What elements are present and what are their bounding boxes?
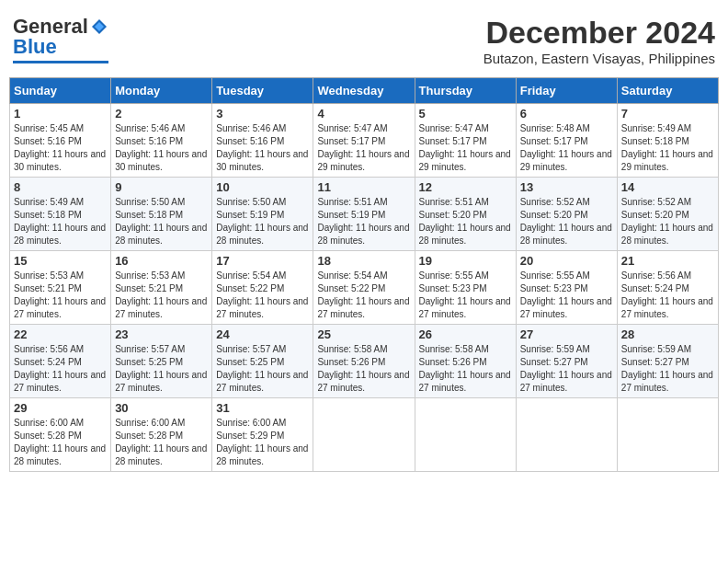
day-number: 11	[317, 180, 410, 194]
day-info: Sunrise: 5:50 AM Sunset: 5:19 PM Dayligh…	[216, 196, 309, 247]
sunrise: Sunrise: 5:53 AM	[14, 270, 107, 282]
day-info: Sunrise: 5:54 AM Sunset: 5:22 PM Dayligh…	[317, 270, 410, 321]
month-title: December 2024	[483, 15, 715, 51]
sunset: Sunset: 5:17 PM	[317, 135, 410, 148]
daylight: Daylight: 11 hours and 28 minutes.	[419, 222, 512, 247]
day-info: Sunrise: 5:54 AM Sunset: 5:22 PM Dayligh…	[216, 270, 309, 321]
daylight: Daylight: 11 hours and 28 minutes.	[621, 222, 714, 247]
calendar-week-4: 22 Sunrise: 5:56 AM Sunset: 5:24 PM Dayl…	[10, 325, 719, 398]
calendar-cell: 20 Sunrise: 5:55 AM Sunset: 5:23 PM Dayl…	[516, 251, 617, 325]
calendar-cell: 28 Sunrise: 5:59 AM Sunset: 5:27 PM Dayl…	[617, 325, 718, 398]
calendar-week-2: 8 Sunrise: 5:49 AM Sunset: 5:18 PM Dayli…	[10, 178, 719, 251]
day-number: 3	[216, 107, 309, 121]
sunrise: Sunrise: 5:53 AM	[115, 270, 208, 282]
daylight: Daylight: 11 hours and 28 minutes.	[317, 222, 410, 247]
sunset: Sunset: 5:27 PM	[621, 356, 714, 369]
daylight: Daylight: 11 hours and 30 minutes.	[216, 148, 309, 174]
daylight: Daylight: 11 hours and 27 minutes.	[621, 369, 714, 395]
day-info: Sunrise: 5:58 AM Sunset: 5:26 PM Dayligh…	[419, 343, 512, 395]
day-info: Sunrise: 5:59 AM Sunset: 5:27 PM Dayligh…	[621, 343, 714, 395]
day-info: Sunrise: 6:00 AM Sunset: 5:29 PM Dayligh…	[216, 417, 309, 468]
sunrise: Sunrise: 5:46 AM	[216, 122, 309, 135]
day-info: Sunrise: 5:53 AM Sunset: 5:21 PM Dayligh…	[115, 270, 208, 321]
daylight: Daylight: 11 hours and 27 minutes.	[115, 295, 208, 321]
day-number: 6	[520, 107, 613, 121]
calendar-cell	[313, 398, 415, 472]
day-number: 22	[14, 327, 107, 341]
sunset: Sunset: 5:28 PM	[115, 430, 208, 442]
daylight: Daylight: 11 hours and 30 minutes.	[115, 148, 208, 174]
daylight: Daylight: 11 hours and 28 minutes.	[216, 442, 309, 468]
day-number: 24	[216, 327, 309, 341]
day-info: Sunrise: 5:46 AM Sunset: 5:16 PM Dayligh…	[216, 122, 309, 174]
sunset: Sunset: 5:26 PM	[419, 356, 512, 369]
calendar-cell: 24 Sunrise: 5:57 AM Sunset: 5:25 PM Dayl…	[212, 325, 313, 398]
sunrise: Sunrise: 5:48 AM	[520, 122, 613, 135]
calendar-table: Sunday Monday Tuesday Wednesday Thursday…	[9, 77, 719, 472]
daylight: Daylight: 11 hours and 29 minutes.	[419, 148, 512, 174]
day-info: Sunrise: 5:52 AM Sunset: 5:20 PM Dayligh…	[520, 196, 613, 247]
sunset: Sunset: 5:27 PM	[520, 356, 613, 369]
day-info: Sunrise: 5:56 AM Sunset: 5:24 PM Dayligh…	[14, 343, 107, 395]
daylight: Daylight: 11 hours and 30 minutes.	[14, 148, 107, 174]
day-info: Sunrise: 5:47 AM Sunset: 5:17 PM Dayligh…	[317, 122, 410, 174]
calendar-cell	[516, 398, 617, 472]
calendar-cell: 16 Sunrise: 5:53 AM Sunset: 5:21 PM Dayl…	[111, 251, 212, 325]
sunset: Sunset: 5:21 PM	[115, 282, 208, 295]
sunset: Sunset: 5:25 PM	[115, 356, 208, 369]
sunrise: Sunrise: 5:54 AM	[317, 270, 410, 282]
sunrise: Sunrise: 5:52 AM	[621, 196, 714, 209]
daylight: Daylight: 11 hours and 27 minutes.	[520, 369, 613, 395]
sunset: Sunset: 5:19 PM	[216, 209, 309, 222]
daylight: Daylight: 11 hours and 28 minutes.	[216, 222, 309, 247]
col-tuesday: Tuesday	[212, 78, 313, 104]
sunset: Sunset: 5:18 PM	[14, 209, 107, 222]
location-title: Butazon, Eastern Visayas, Philippines	[483, 51, 715, 66]
sunrise: Sunrise: 5:50 AM	[216, 196, 309, 209]
sunset: Sunset: 5:16 PM	[115, 135, 208, 148]
day-info: Sunrise: 5:55 AM Sunset: 5:23 PM Dayligh…	[520, 270, 613, 321]
col-monday: Monday	[111, 78, 212, 104]
logo-blue: Blue	[13, 35, 57, 59]
day-info: Sunrise: 5:55 AM Sunset: 5:23 PM Dayligh…	[419, 270, 512, 321]
sunset: Sunset: 5:16 PM	[216, 135, 309, 148]
sunset: Sunset: 5:18 PM	[115, 209, 208, 222]
day-number: 28	[621, 327, 714, 341]
day-number: 15	[14, 254, 107, 268]
header: General Blue December 2024 Butazon, East…	[9, 9, 719, 72]
day-number: 20	[520, 254, 613, 268]
day-number: 21	[621, 254, 714, 268]
day-info: Sunrise: 5:49 AM Sunset: 5:18 PM Dayligh…	[621, 122, 714, 174]
calendar-cell: 17 Sunrise: 5:54 AM Sunset: 5:22 PM Dayl…	[212, 251, 313, 325]
daylight: Daylight: 11 hours and 29 minutes.	[520, 148, 613, 174]
day-info: Sunrise: 5:52 AM Sunset: 5:20 PM Dayligh…	[621, 196, 714, 247]
col-wednesday: Wednesday	[313, 78, 415, 104]
daylight: Daylight: 11 hours and 27 minutes.	[14, 369, 107, 395]
calendar-cell: 30 Sunrise: 6:00 AM Sunset: 5:28 PM Dayl…	[111, 398, 212, 472]
day-info: Sunrise: 5:49 AM Sunset: 5:18 PM Dayligh…	[14, 196, 107, 247]
daylight: Daylight: 11 hours and 27 minutes.	[115, 369, 208, 395]
sunset: Sunset: 5:22 PM	[216, 282, 309, 295]
day-info: Sunrise: 5:48 AM Sunset: 5:17 PM Dayligh…	[520, 122, 613, 174]
daylight: Daylight: 11 hours and 27 minutes.	[14, 295, 107, 321]
calendar-cell: 31 Sunrise: 6:00 AM Sunset: 5:29 PM Dayl…	[212, 398, 313, 472]
sunset: Sunset: 5:22 PM	[317, 282, 410, 295]
sunset: Sunset: 5:17 PM	[520, 135, 613, 148]
calendar-cell: 12 Sunrise: 5:51 AM Sunset: 5:20 PM Dayl…	[415, 178, 516, 251]
calendar-cell: 10 Sunrise: 5:50 AM Sunset: 5:19 PM Dayl…	[212, 178, 313, 251]
sunset: Sunset: 5:18 PM	[621, 135, 714, 148]
sunrise: Sunrise: 6:00 AM	[216, 417, 309, 430]
sunset: Sunset: 5:23 PM	[520, 282, 613, 295]
day-number: 23	[115, 327, 208, 341]
sunset: Sunset: 5:25 PM	[216, 356, 309, 369]
day-number: 18	[317, 254, 410, 268]
day-number: 13	[520, 180, 613, 194]
day-number: 9	[115, 180, 208, 194]
calendar-cell: 3 Sunrise: 5:46 AM Sunset: 5:16 PM Dayli…	[212, 104, 313, 178]
daylight: Daylight: 11 hours and 28 minutes.	[520, 222, 613, 247]
sunset: Sunset: 5:20 PM	[621, 209, 714, 222]
day-info: Sunrise: 5:58 AM Sunset: 5:26 PM Dayligh…	[317, 343, 410, 395]
day-info: Sunrise: 5:46 AM Sunset: 5:16 PM Dayligh…	[115, 122, 208, 174]
sunrise: Sunrise: 6:00 AM	[115, 417, 208, 430]
daylight: Daylight: 11 hours and 28 minutes.	[115, 222, 208, 247]
